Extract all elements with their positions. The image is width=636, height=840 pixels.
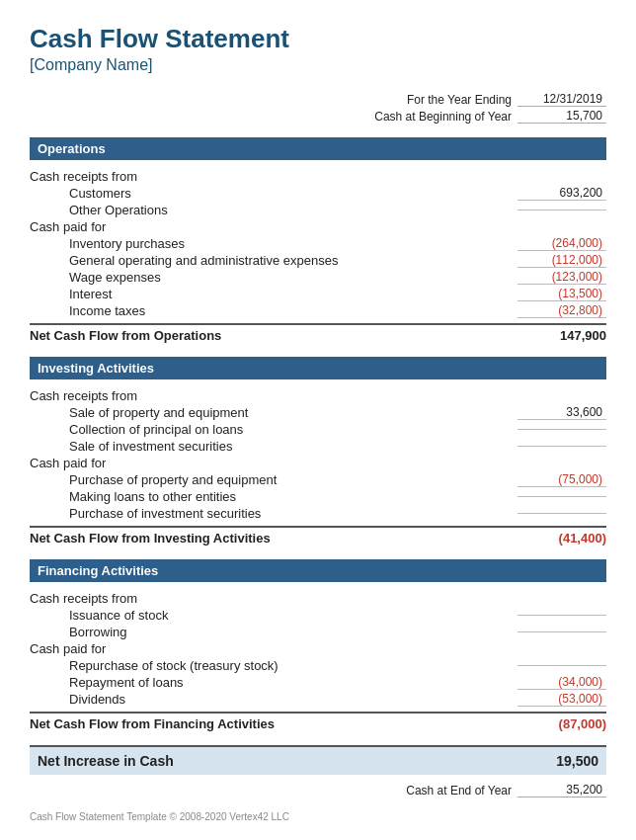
- operations-header: Operations: [30, 137, 606, 160]
- ops-customers-label: Customers: [30, 186, 517, 201]
- ops-general-value: (112,000): [517, 253, 606, 268]
- fin-borrowing-label: Borrowing: [30, 625, 517, 639]
- inv-net-label: Net Cash Flow from Investing Activities: [30, 531, 271, 546]
- inv-purchase-invest-value: [517, 513, 606, 514]
- cash-end-label: Cash at End of Year: [406, 784, 512, 798]
- ops-general-label: General operating and administrative exp…: [30, 253, 517, 268]
- net-increase-label: Net Increase in Cash: [38, 753, 174, 769]
- financing-header: Financing Activities: [30, 559, 606, 582]
- fin-net-value: (87,000): [517, 716, 606, 731]
- inv-net-value: (41,400): [517, 531, 606, 546]
- fin-issuance-value: [517, 615, 606, 616]
- doc-title: Cash Flow Statement: [30, 24, 606, 54]
- cash-beginning-label: Cash at Beginning of Year: [374, 110, 512, 124]
- ops-paid-label: Cash paid for: [30, 219, 606, 234]
- inv-making-loans-value: [517, 496, 606, 497]
- fin-issuance-label: Issuance of stock: [30, 608, 517, 623]
- ops-taxes-value: (32,800): [517, 303, 606, 318]
- cash-end-value: 35,200: [517, 783, 606, 798]
- fin-repayment-value: (34,000): [517, 675, 606, 690]
- ops-wage-value: (123,000): [517, 270, 606, 285]
- inv-purchase-prop-value: (75,000): [517, 472, 606, 487]
- fin-net-label: Net Cash Flow from Financing Activities: [30, 716, 275, 731]
- year-ending-label: For the Year Ending: [407, 93, 512, 107]
- ops-taxes-label: Income taxes: [30, 303, 517, 318]
- ops-other-value: [517, 210, 606, 210]
- cash-beginning-value: 15,700: [517, 109, 606, 124]
- doc-company: [Company Name]: [30, 56, 606, 74]
- ops-interest-value: (13,500): [517, 287, 606, 301]
- inv-purchase-invest-label: Purchase of investment securities: [30, 506, 517, 521]
- inv-paid-label: Cash paid for: [30, 456, 606, 470]
- ops-net-label: Net Cash Flow from Operations: [30, 328, 221, 343]
- ops-other-label: Other Operations: [30, 203, 517, 217]
- fin-dividends-value: (53,000): [517, 692, 606, 707]
- ops-inventory-value: (264,000): [517, 236, 606, 251]
- fin-dividends-label: Dividends: [30, 692, 517, 707]
- inv-collection-value: [517, 429, 606, 430]
- inv-purchase-prop-label: Purchase of property and equipment: [30, 472, 517, 487]
- fin-receipts-label: Cash receipts from: [30, 591, 606, 606]
- ops-interest-label: Interest: [30, 287, 517, 301]
- fin-repurchase-label: Repurchase of stock (treasury stock): [30, 658, 517, 673]
- ops-customers-value: 693,200: [517, 186, 606, 201]
- ops-inventory-label: Inventory purchases: [30, 236, 517, 251]
- ops-wage-label: Wage expenses: [30, 270, 517, 285]
- fin-repurchase-value: [517, 665, 606, 666]
- year-ending-value: 12/31/2019: [517, 92, 606, 107]
- fin-repayment-label: Repayment of loans: [30, 675, 517, 690]
- net-increase-value: 19,500: [510, 753, 598, 769]
- inv-making-loans-label: Making loans to other entities: [30, 489, 517, 504]
- inv-receipts-label: Cash receipts from: [30, 388, 606, 403]
- ops-net-value: 147,900: [517, 328, 606, 343]
- copyright: Cash Flow Statement Template © 2008-2020…: [30, 811, 606, 822]
- inv-sale-prop-label: Sale of property and equipment: [30, 405, 517, 420]
- inv-sale-invest-value: [517, 446, 606, 447]
- fin-borrowing-value: [517, 631, 606, 632]
- net-increase-row: Net Increase in Cash 19,500: [30, 745, 606, 775]
- fin-paid-label: Cash paid for: [30, 641, 606, 656]
- inv-sale-invest-label: Sale of investment securities: [30, 439, 517, 454]
- investing-header: Investing Activities: [30, 357, 606, 379]
- inv-collection-label: Collection of principal on loans: [30, 422, 517, 437]
- inv-sale-prop-value: 33,600: [517, 405, 606, 420]
- ops-receipts-label: Cash receipts from: [30, 169, 606, 184]
